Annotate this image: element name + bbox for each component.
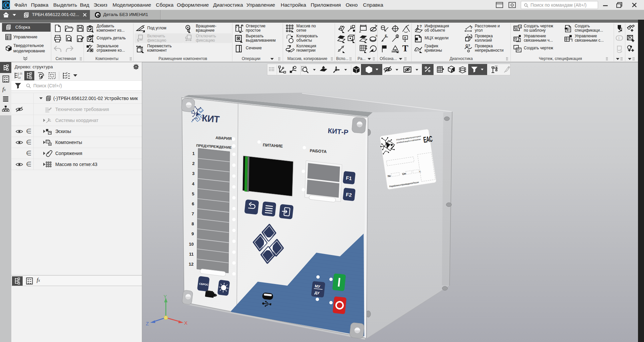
svg-text:12: 12 bbox=[189, 262, 193, 267]
svg-text:F2: F2 bbox=[346, 192, 352, 198]
svg-text:G?: G? bbox=[466, 44, 470, 48]
svg-text:1.11: 1.11 bbox=[18, 72, 22, 75]
svg-text:i: i bbox=[618, 36, 619, 41]
svg-text:ДУ: ДУ bbox=[314, 291, 320, 295]
svg-text:12: 12 bbox=[18, 77, 21, 79]
svg-text:1: 1 bbox=[192, 151, 195, 156]
svg-text:EAC: EAC bbox=[423, 134, 433, 144]
svg-text:10: 10 bbox=[189, 242, 193, 247]
svg-text:7: 7 bbox=[192, 211, 194, 216]
svg-text:8: 8 bbox=[191, 221, 194, 226]
svg-text:F1: F1 bbox=[346, 175, 352, 181]
svg-text:МУ: МУ bbox=[315, 284, 320, 289]
svg-text:2: 2 bbox=[17, 74, 19, 77]
svg-text:A: A bbox=[404, 36, 406, 39]
svg-text:Uн: Uн bbox=[402, 172, 406, 176]
svg-text:?: ? bbox=[470, 26, 473, 30]
svg-text:6: 6 bbox=[192, 201, 194, 206]
svg-text:3: 3 bbox=[192, 171, 194, 176]
svg-text:5: 5 bbox=[192, 191, 194, 196]
svg-text:E: E bbox=[385, 34, 387, 37]
svg-text:T: T bbox=[519, 25, 521, 28]
svg-text:?: ? bbox=[420, 24, 422, 28]
svg-text:9: 9 bbox=[191, 231, 194, 236]
svg-text:КИТ: КИТ bbox=[201, 113, 220, 125]
svg-text:4: 4 bbox=[192, 181, 195, 186]
svg-text:X: X bbox=[184, 320, 187, 326]
svg-text:2: 2 bbox=[192, 161, 194, 166]
svg-text:Y: Y bbox=[163, 294, 167, 299]
svg-text:11: 11 bbox=[189, 252, 194, 257]
svg-text:Z: Z bbox=[146, 321, 149, 326]
